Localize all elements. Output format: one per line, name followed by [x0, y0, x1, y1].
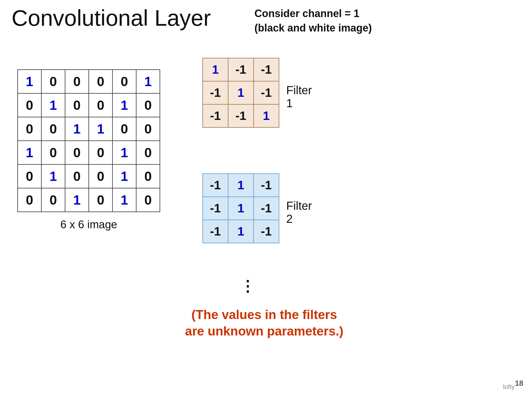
filter1-cell: 1 — [254, 104, 279, 127]
matrix-cell: 0 — [89, 93, 112, 117]
filter1-table: 1-1-1-11-1-1-11 — [202, 58, 279, 128]
filter2-cell: -1 — [203, 197, 228, 220]
matrix-cell: 0 — [112, 70, 136, 93]
matrix-cell: 0 — [41, 141, 65, 164]
matrix-cell: 0 — [65, 164, 89, 188]
subtitle: Consider channel = 1 (black and white im… — [254, 6, 372, 36]
filter1-wrapper: 1-1-1-11-1-1-11 Filter 1 — [202, 58, 279, 128]
matrix-cell: 1 — [112, 164, 136, 188]
filter2-label: Filter 2 — [286, 199, 312, 225]
filter2-cell: 1 — [228, 197, 254, 220]
matrix-cell: 0 — [18, 117, 41, 141]
matrix-cell: 1 — [112, 141, 136, 164]
image-matrix: 100001010010001100100010010010001010 6 x… — [17, 69, 160, 231]
matrix-cell: 0 — [112, 117, 136, 141]
image-table: 100001010010001100100010010010001010 — [17, 69, 160, 212]
matrix-cell: 0 — [41, 188, 65, 212]
filter1-cell: 1 — [203, 58, 228, 81]
matrix-cell: 1 — [112, 188, 136, 212]
matrix-cell: 0 — [18, 164, 41, 188]
bottom-note: (The values in the filters are unknown p… — [185, 306, 343, 339]
matrix-cell: 0 — [89, 70, 112, 93]
filter2-wrapper: -11-1-11-1-11-1 Filter 2 — [202, 173, 279, 243]
matrix-cell: 0 — [41, 70, 65, 93]
filter2-cell: 1 — [228, 174, 254, 197]
matrix-cell: 0 — [18, 188, 41, 212]
matrix-cell: 0 — [89, 188, 112, 212]
matrix-cell: 0 — [65, 141, 89, 164]
filter2-cell: -1 — [254, 174, 279, 197]
filter2-cell: -1 — [254, 220, 279, 243]
matrix-cell: 1 — [41, 93, 65, 117]
matrix-cell: 0 — [136, 188, 160, 212]
filter1-cell: -1 — [254, 81, 279, 104]
matrix-cell: 0 — [136, 93, 160, 117]
ellipsis-dots: ⋮ — [240, 277, 256, 295]
matrix-cell: 0 — [65, 93, 89, 117]
watermark: lofty — [503, 383, 515, 391]
matrix-cell: 0 — [136, 164, 160, 188]
matrix-cell: 0 — [136, 141, 160, 164]
matrix-cell: 0 — [136, 117, 160, 141]
matrix-cell: 1 — [89, 117, 112, 141]
matrix-cell: 0 — [89, 141, 112, 164]
matrix-cell: 1 — [136, 70, 160, 93]
matrix-cell: 1 — [65, 117, 89, 141]
filter1-cell: -1 — [228, 104, 254, 127]
filter1-label: Filter 1 — [286, 84, 312, 110]
matrix-cell: 1 — [65, 188, 89, 212]
filter2-cell: -1 — [203, 220, 228, 243]
matrix-cell: 0 — [89, 164, 112, 188]
matrix-cell: 0 — [18, 93, 41, 117]
filter1-cell: -1 — [203, 81, 228, 104]
filter1-cell: 1 — [228, 81, 254, 104]
filter2-cell: -1 — [203, 174, 228, 197]
filter2-cell: -1 — [254, 197, 279, 220]
matrix-cell: 1 — [112, 93, 136, 117]
matrix-cell: 1 — [41, 164, 65, 188]
matrix-cell: 0 — [65, 70, 89, 93]
matrix-cell: 1 — [18, 141, 41, 164]
filter2-cell: 1 — [228, 220, 254, 243]
filter2-table: -11-1-11-1-11-1 — [202, 173, 279, 243]
matrix-cell: 0 — [41, 117, 65, 141]
page-title: Convolutional Layer — [12, 6, 211, 31]
filter1-cell: -1 — [228, 58, 254, 81]
matrix-cell: 1 — [18, 70, 41, 93]
image-label: 6 x 6 image — [17, 218, 160, 231]
filter1-cell: -1 — [254, 58, 279, 81]
page-number: 18 — [515, 379, 523, 388]
filter1-cell: -1 — [203, 104, 228, 127]
